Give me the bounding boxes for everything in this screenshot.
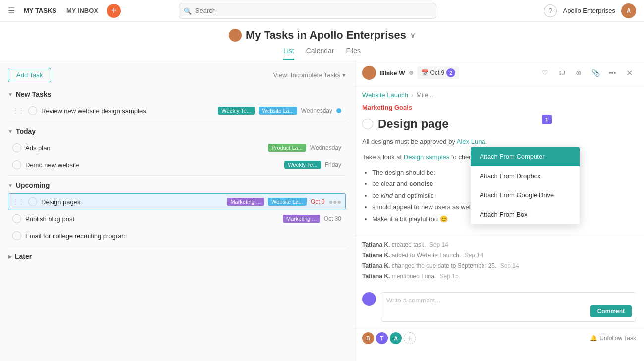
activity-section: Tatiana K. created task. Sep 14 Tatiana … <box>354 235 644 286</box>
follower-avatar-3: A <box>390 332 402 344</box>
section-arrow-new: ▼ <box>8 92 13 97</box>
tag-product[interactable]: Product La... <box>268 144 306 152</box>
tag-marketing[interactable]: Marketing ... <box>227 198 264 206</box>
more-options-icon[interactable]: ●●● <box>329 198 341 206</box>
comment-section: Write a comment... Comment <box>354 286 644 328</box>
help-button[interactable]: ? <box>544 4 557 17</box>
user-avatar[interactable]: A <box>621 3 636 18</box>
page-tabs: List Calendar Files <box>0 47 644 60</box>
comment-avatar <box>362 292 376 306</box>
table-row[interactable]: Ads plan Product La... Wednesday <box>8 139 346 156</box>
tag-website[interactable]: Website La... <box>259 107 297 115</box>
section-new-tasks: ▼ New Tasks ⋮⋮ Review new website design… <box>8 90 346 121</box>
nav-mytasks[interactable]: MY TASKS <box>23 5 57 16</box>
activity-actor: Tatiana K. <box>362 262 390 269</box>
attach-button[interactable]: 📎 <box>589 66 602 80</box>
section-title-new: New Tasks <box>16 90 51 98</box>
page-title-chevron[interactable]: ∨ <box>410 31 415 39</box>
attach-from-computer[interactable]: Attach From Computer <box>471 147 580 166</box>
task-detail-checkbox[interactable] <box>362 119 373 129</box>
breadcrumb-sub: Mile... <box>416 91 433 99</box>
activity-item: Tatiana K. created task. Sep 14 <box>362 241 636 249</box>
unfollow-button[interactable]: 🔔 Unfollow Task <box>590 335 636 342</box>
tag-marketing2[interactable]: Marketing ... <box>283 215 320 223</box>
add-task-button[interactable]: Add Task <box>8 68 51 82</box>
due-date-badge[interactable]: 📅 Oct 9 2 <box>417 66 460 79</box>
calendar-icon: 📅 <box>421 69 429 76</box>
heart-button[interactable]: ♡ <box>538 66 552 80</box>
right-header-actions: ♡ 🏷 ⊕ 📎 ••• ✕ <box>538 66 636 80</box>
attach-from-dropbox[interactable]: Attach From Dropbox <box>471 166 580 185</box>
menu-icon[interactable]: ☰ <box>8 6 15 15</box>
table-row[interactable]: Demo new website Weekly Te... Friday <box>8 156 346 173</box>
add-follower-button[interactable]: + <box>404 332 416 344</box>
table-row[interactable]: Publish blog post Marketing ... Oct 30 <box>8 210 346 227</box>
attach-from-box[interactable]: Attach From Box <box>471 205 580 224</box>
table-row[interactable]: Email for college recruiting program <box>8 227 346 244</box>
alex-luna-link[interactable]: Alex Luna <box>457 138 485 145</box>
attach-from-google-drive[interactable]: Attach From Google Drive <box>471 185 580 205</box>
task-name: Ads plan <box>25 144 264 152</box>
search-input[interactable] <box>179 3 436 19</box>
add-task-nav-button[interactable]: + <box>107 4 121 18</box>
section-arrow-later: ▶ <box>8 254 12 259</box>
tag-button[interactable]: 🏷 <box>555 66 569 80</box>
bell-icon: 🔔 <box>590 335 597 342</box>
tab-calendar[interactable]: Calendar <box>306 47 334 60</box>
comment-button[interactable]: Comment <box>590 305 632 317</box>
tag-website2[interactable]: Website La... <box>268 198 307 206</box>
task-checkbox[interactable] <box>12 231 21 240</box>
page-title-avatar <box>229 29 242 42</box>
section-title-later: Later <box>15 252 32 260</box>
right-panel-header: Blake W 📅 Oct 9 2 ♡ 🏷 ⊕ 📎 ••• ✕ <box>354 60 644 86</box>
activity-date: Sep 14 <box>500 262 519 269</box>
task-checkbox[interactable] <box>28 106 37 115</box>
follower-avatar-1: B <box>362 332 374 344</box>
task-checkbox[interactable] <box>28 197 37 206</box>
activity-actor: Tatiana K. <box>362 252 390 259</box>
tag-weekly2[interactable]: Weekly Te... <box>284 161 321 169</box>
task-date: Wednesday <box>310 144 341 151</box>
task-name: Publish blog post <box>25 215 279 223</box>
section-header-later[interactable]: ▶ Later <box>8 252 346 260</box>
activity-action: mentioned Luna. <box>392 273 436 280</box>
section-arrow-today: ▼ <box>8 129 13 134</box>
table-row[interactable]: ⋮⋮ Design pages Marketing ... Website La… <box>8 193 346 210</box>
nav-myinbox[interactable]: MY INBOX <box>65 5 99 16</box>
task-detail-name: Design page <box>378 117 449 131</box>
search-bar: 🔍 <box>179 3 436 19</box>
org-name: Apollo Enterprises <box>563 7 615 14</box>
section-header-new-tasks[interactable]: ▼ New Tasks <box>8 90 346 98</box>
bold-text: concise <box>409 180 433 187</box>
task-checkbox[interactable] <box>12 143 21 152</box>
section-header-upcoming[interactable]: ▼ Upcoming <box>8 181 346 189</box>
activity-actor: Tatiana K. <box>362 241 390 248</box>
left-panel: Add Task View: Incomplete Tasks ▾ ▼ New … <box>0 60 354 361</box>
task-name: Design pages <box>41 198 223 206</box>
marketing-goals-label: Marketing Goals <box>354 104 644 113</box>
tag-weekly[interactable]: Weekly Te... <box>218 107 255 115</box>
section-title-today: Today <box>16 127 36 135</box>
assignee-name: Blake W <box>380 69 405 77</box>
table-row[interactable]: ⋮⋮ Review new website design samples Wee… <box>8 102 346 119</box>
more-button[interactable]: ••• <box>605 66 619 80</box>
activity-action: changed the due date to September 25. <box>392 262 497 269</box>
breadcrumb-project[interactable]: Website Launch <box>362 91 408 99</box>
share-button[interactable]: ⊕ <box>572 66 586 80</box>
right-panel: 1 Blake W 📅 Oct 9 2 ♡ 🏷 ⊕ 📎 ••• ✕ Websit… <box>354 60 644 361</box>
follower-section: B T A + 🔔 Unfollow Task <box>354 328 644 348</box>
close-button[interactable]: ✕ <box>622 66 636 80</box>
section-header-today[interactable]: ▼ Today <box>8 127 346 135</box>
tab-files[interactable]: Files <box>346 47 361 60</box>
tab-list[interactable]: List <box>283 47 294 60</box>
activity-date: Sep 15 <box>440 273 459 280</box>
main-content: Add Task View: Incomplete Tasks ▾ ▼ New … <box>0 60 644 361</box>
task-checkbox[interactable] <box>12 160 21 169</box>
view-selector[interactable]: View: Incomplete Tasks ▾ <box>273 71 346 79</box>
italic-text: kind <box>381 192 393 199</box>
comment-input-wrap[interactable]: Write a comment... Comment <box>381 292 636 322</box>
task-date: Wednesday <box>301 107 332 114</box>
design-samples-link[interactable]: Design samples <box>404 153 450 161</box>
follower-avatars: B T A + <box>362 332 416 344</box>
task-checkbox[interactable] <box>12 214 21 223</box>
